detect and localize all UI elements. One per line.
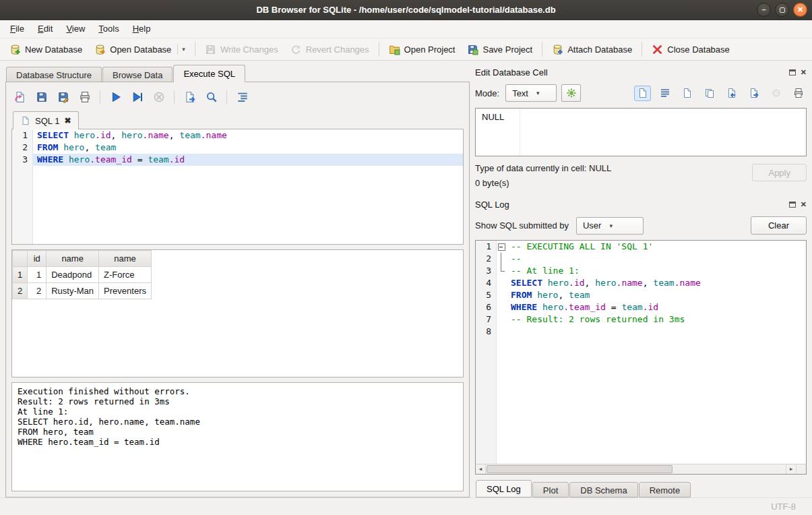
- tab-browse-data[interactable]: Browse Data: [102, 67, 173, 82]
- menu-file[interactable]: File: [3, 22, 31, 36]
- log-filter-label: Show SQL submitted by: [475, 220, 569, 231]
- execute-current-line-button[interactable]: [129, 89, 146, 106]
- copy-button[interactable]: [701, 86, 718, 101]
- mode-label: Mode:: [475, 88, 499, 98]
- scrollbar-track[interactable]: [486, 464, 786, 474]
- sql-editor[interactable]: 1SELECT hero.id, hero.name, team.name2FR…: [11, 129, 464, 245]
- table-cell[interactable]: 1: [28, 267, 46, 283]
- find-replace-button[interactable]: [203, 89, 220, 106]
- close-panel-icon[interactable]: ✕: [801, 201, 807, 208]
- close-tab-icon[interactable]: ✖: [64, 116, 71, 125]
- table-cell[interactable]: Preventers: [99, 283, 152, 299]
- menu-edit[interactable]: Edit: [31, 22, 59, 36]
- toolbar-button-label: Write Changes: [220, 44, 278, 55]
- table-cell[interactable]: 2: [28, 283, 46, 299]
- scroll-right-icon[interactable]: ▶: [786, 464, 796, 474]
- fold-gutter: [496, 301, 506, 313]
- new-document-button[interactable]: [679, 86, 695, 101]
- export-results-button[interactable]: [181, 89, 198, 106]
- row-header[interactable]: 2: [13, 283, 28, 299]
- auto-format-button[interactable]: [561, 84, 581, 102]
- column-header-id[interactable]: id: [28, 251, 46, 267]
- close-button[interactable]: ✕: [793, 3, 807, 17]
- sql-editor-toolbar: [11, 87, 464, 107]
- save-sql-file-button[interactable]: [33, 89, 50, 106]
- format-sql-icon: [237, 91, 249, 103]
- close-database-button[interactable]: Close Database: [646, 40, 736, 59]
- open-sql-file-button[interactable]: [11, 89, 28, 106]
- edit-cell-header: Edit Database Cell ✕: [475, 65, 807, 80]
- maximize-button[interactable]: [775, 3, 789, 17]
- mode-value: Text: [512, 88, 528, 98]
- row-header[interactable]: 1: [13, 267, 28, 283]
- import-button[interactable]: [723, 86, 740, 101]
- new-database-icon: [9, 44, 21, 55]
- table-cell[interactable]: Deadpond: [46, 267, 99, 283]
- text-document-button[interactable]: [634, 86, 651, 101]
- fold-gutter: [496, 253, 506, 265]
- execute-all-button[interactable]: [107, 89, 124, 106]
- open-database-button[interactable]: Open Database▾: [88, 40, 191, 59]
- execute-current-line-icon: [131, 91, 144, 103]
- dock-tab-db-schema[interactable]: DB Schema: [569, 482, 637, 497]
- align-justify-button[interactable]: [656, 86, 673, 101]
- export-icon: [749, 88, 759, 98]
- scrollbar-thumb[interactable]: [487, 465, 673, 473]
- new-database-button[interactable]: New Database: [3, 40, 88, 59]
- mode-select[interactable]: Text ▾: [505, 84, 557, 102]
- tab-database-structure[interactable]: Database Structure: [6, 67, 102, 82]
- sql-log-view[interactable]: 1-- EXECUTING ALL IN 'SQL 1'2--3-- At li…: [475, 240, 807, 475]
- menu-view[interactable]: View: [59, 22, 92, 36]
- clear-log-button[interactable]: Clear: [751, 216, 807, 235]
- code-text: FROM hero, team: [506, 289, 806, 301]
- float-panel-icon[interactable]: [789, 69, 796, 75]
- code-line: 6WHERE hero.team_id = team.id: [476, 301, 806, 313]
- dropdown-arrow-icon[interactable]: ▾: [177, 44, 185, 55]
- log-filter-select[interactable]: User ▾: [576, 217, 644, 235]
- open-project-button[interactable]: Open Project: [383, 40, 462, 59]
- execution-messages: Execution finished without errors. Resul…: [11, 382, 464, 491]
- cell-editor[interactable]: NULL: [475, 108, 807, 156]
- window-title: DB Browser for SQLite - /home/user/code/…: [0, 5, 812, 15]
- scroll-left-icon[interactable]: ◀: [476, 464, 486, 474]
- table-cell[interactable]: Z-Force: [99, 267, 152, 283]
- line-number: 7: [476, 313, 496, 326]
- format-sql-button[interactable]: [234, 89, 251, 106]
- sql-tab-label: SQL 1: [35, 116, 59, 126]
- panel-header-icons: ✕: [789, 69, 807, 76]
- tab-execute-sql[interactable]: Execute SQL: [173, 65, 245, 82]
- save-project-button[interactable]: Save Project: [461, 40, 538, 59]
- column-header-name[interactable]: name: [46, 251, 99, 267]
- encoding-indicator: UTF-8: [771, 502, 796, 512]
- fold-gutter: [496, 277, 506, 289]
- fold-toggle-icon[interactable]: [496, 241, 506, 253]
- horizontal-scrollbar[interactable]: ◀ ▶: [476, 464, 806, 474]
- print-sql-button[interactable]: [76, 89, 93, 106]
- cell-value: NULL: [482, 112, 504, 122]
- code-line: 1SELECT hero.id, hero.name, team.name: [12, 129, 463, 142]
- dock-tab-sql-log[interactable]: SQL Log: [476, 480, 532, 497]
- export-button[interactable]: [745, 86, 762, 101]
- minimize-button[interactable]: –: [757, 3, 771, 17]
- execute-all-icon: [110, 91, 122, 103]
- chevron-down-icon: ▾: [536, 90, 540, 96]
- table-cell[interactable]: Rusty-Man: [46, 283, 99, 299]
- table-row: 11DeadpondZ-Force: [13, 267, 152, 283]
- title-bar[interactable]: DB Browser for SQLite - /home/user/code/…: [0, 0, 812, 20]
- save-sql-as-icon: [57, 91, 69, 103]
- set-null-button: [768, 86, 784, 101]
- main-content: Database StructureBrowse DataExecute SQL…: [0, 61, 812, 497]
- revert-changes-icon: [290, 44, 302, 55]
- menu-help[interactable]: Help: [126, 22, 158, 36]
- column-header-name[interactable]: name: [99, 251, 152, 267]
- close-panel-icon[interactable]: ✕: [801, 69, 807, 76]
- dock-tab-remote[interactable]: Remote: [639, 482, 691, 497]
- dock-tab-plot[interactable]: Plot: [532, 482, 569, 497]
- float-panel-icon[interactable]: [789, 202, 796, 208]
- save-sql-as-button[interactable]: [55, 89, 71, 106]
- menu-tools[interactable]: Tools: [92, 22, 125, 36]
- attach-database-button[interactable]: Attach Database: [546, 40, 638, 59]
- print-cell-button[interactable]: [790, 86, 807, 101]
- sql-tab[interactable]: SQL 1 ✖: [13, 111, 79, 129]
- code-line: 2--: [476, 253, 806, 265]
